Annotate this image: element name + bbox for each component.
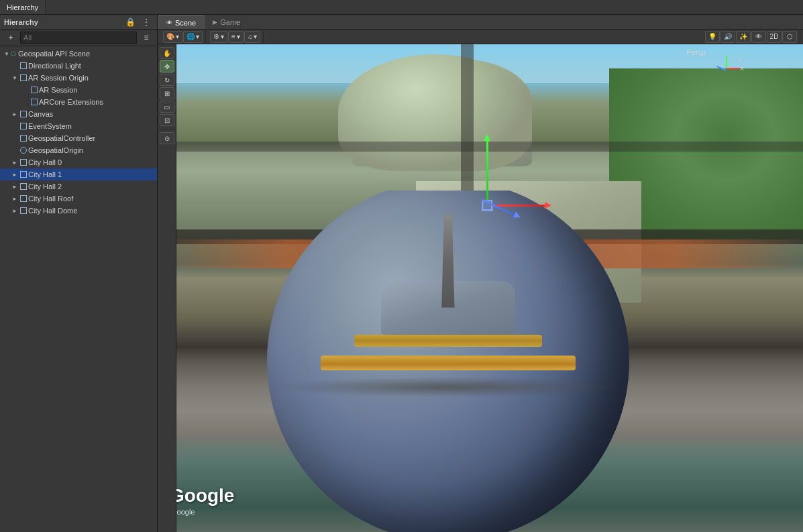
toolbar-divider-1 (160, 129, 174, 129)
scene-root-arrow (3, 50, 11, 58)
hierarchy-panel-header: Hierarchy 🔒 ⋮ (0, 15, 157, 30)
arcore-extensions-arrow (21, 98, 30, 106)
ar-session-icon (31, 87, 38, 93)
event-system-arrow (11, 122, 19, 130)
tree-item-arcore-extensions[interactable]: ARCore Extensions (0, 96, 157, 108)
toolbar-shading-group: 🎨 ▾ 🌐 ▾ (160, 31, 206, 43)
ar-session-arrow (21, 86, 30, 94)
hierarchy-lock-btn[interactable]: 🔒 (123, 16, 137, 28)
canvas-label: Canvas (28, 110, 53, 118)
scale-tool-btn[interactable]: ⊞ (160, 87, 174, 99)
scene-toolbar: 🎨 ▾ 🌐 ▾ ⚙ ▾ ≡ ▾ ♫ ▾ (158, 30, 803, 44)
scene-left-toolbar: ✋ ✥ ↻ ⊞ ▭ ⊡ ⊙ (158, 44, 176, 532)
arcore-extensions-icon (31, 99, 38, 105)
scene-tab[interactable]: 👁 Scene (158, 15, 205, 29)
view-2d-btn[interactable]: 2D (767, 31, 782, 43)
overlay-dropdown[interactable]: 🌐 ▾ (183, 31, 203, 43)
scene-game-tabs: 👁 Scene ▶ Game (158, 15, 803, 30)
tree-item-event-system[interactable]: EventSystem (0, 120, 157, 132)
tree-item-directional-light[interactable]: Directional Light (0, 60, 157, 72)
audio-listen-btn[interactable]: 🔊 (720, 31, 735, 43)
audio-arrow: ▾ (254, 33, 257, 40)
tree-item-city-hall-1[interactable]: City Hall 1 (0, 168, 157, 180)
custom-tool-btn[interactable]: ⊙ (160, 132, 174, 144)
hierarchy-search-input[interactable] (20, 32, 137, 44)
geospatial-controller-label: GeospatialController (28, 134, 95, 142)
toolbar-mode-group: ⚙ ▾ ≡ ▾ ♫ ▾ (207, 31, 264, 43)
arcore-extensions-label: ARCore Extensions (39, 98, 103, 106)
transform-tool-btn[interactable]: ⊡ (160, 114, 174, 126)
layer-dropdown[interactable]: ≡ ▾ (228, 31, 244, 43)
ar-session-origin-label: AR Session Origin (28, 74, 89, 82)
tree-item-geospatial-origin[interactable]: GeospatialOrigin (0, 144, 157, 156)
scene-tools-dropdown[interactable]: ⚙ ▾ (210, 31, 227, 43)
geospatial-origin-icon (20, 147, 27, 154)
civic-dome-bg (338, 54, 532, 171)
rect-tool-btn[interactable]: ▭ (160, 101, 174, 113)
dome-ring-2 (354, 335, 542, 347)
city-hall-2-label: City Hall 2 (28, 182, 62, 191)
scene-tab-icon: 👁 (166, 19, 172, 26)
scene-root-icon: ⬡ (11, 50, 16, 57)
tree-item-city-hall-2[interactable]: City Hall 2 (0, 180, 157, 193)
city-hall-dome-icon (20, 207, 27, 214)
event-system-icon (20, 123, 27, 129)
layer-icon: ≡ (231, 33, 235, 40)
toolbar-view-group: 💡 🔊 ✨ 👁 2D ⬡ (702, 31, 800, 43)
hierarchy-layers-btn[interactable]: ≡ (140, 32, 153, 44)
canvas-arrow (11, 110, 19, 118)
city-hall-0-icon (20, 159, 27, 166)
geospatial-origin-label: GeospatialOrigin (28, 146, 83, 154)
overlay-arrow: ▾ (196, 33, 199, 40)
scene-tools-arrow: ▾ (221, 33, 224, 40)
city-hall-1-arrow (11, 170, 19, 178)
city-hall-2-icon (20, 183, 27, 190)
scene-root-item[interactable]: ⬡ Geospatial API Scene (0, 48, 157, 60)
tree-item-canvas[interactable]: Canvas (0, 108, 157, 120)
shading-mode-dropdown[interactable]: 🎨 ▾ (163, 31, 182, 43)
audio-dropdown[interactable]: ♫ ▾ (244, 31, 261, 43)
dome-container (254, 191, 641, 532)
tree-item-ar-session-origin[interactable]: AR Session Origin (0, 72, 157, 84)
orient-z (716, 65, 726, 70)
main-layout: Hierarchy 🔒 ⋮ + ≡ ⬡ Geospatial API Scene… (0, 15, 803, 532)
scene-vis-btn[interactable]: 👁 (751, 31, 766, 43)
fx-btn[interactable]: ✨ (736, 31, 751, 43)
directional-light-arrow (11, 62, 19, 70)
shading-icon: 🎨 (166, 33, 174, 40)
tree-item-city-hall-0[interactable]: City Hall 0 (0, 156, 157, 168)
city-hall-2-arrow (11, 182, 19, 191)
hierarchy-tree: ⬡ Geospatial API Scene Directional Light… (0, 46, 157, 532)
geospatial-controller-arrow (11, 134, 19, 142)
game-tab-icon: ▶ (213, 19, 217, 25)
tree-item-city-hall-dome[interactable]: City Hall Dome (0, 205, 157, 217)
hierarchy-tab[interactable]: Hierarchy (0, 0, 46, 14)
hierarchy-title: Hierarchy (4, 18, 38, 26)
view-2d-label: 2D (770, 33, 779, 40)
hand-tool-btn[interactable]: ✋ (160, 47, 174, 59)
road-h2 (158, 142, 803, 152)
move-tool-btn[interactable]: ✥ (160, 60, 174, 72)
shading-arrow: ▾ (176, 33, 179, 40)
iso-btn[interactable]: ⬡ (782, 31, 797, 43)
layer-arrow: ▾ (237, 33, 240, 40)
directional-light-icon (20, 62, 27, 69)
tree-item-city-hall-roof[interactable]: City Hall Roof (0, 193, 157, 205)
gizmo-x-head (545, 202, 551, 209)
google-watermark: Google (170, 485, 234, 507)
tree-item-geospatial-controller[interactable]: GeospatialController (0, 132, 157, 144)
orient-x-label: X (740, 65, 744, 72)
scene-viewport[interactable]: Y X Persp Google Google ✋ ✥ ↻ ⊞ ▭ ⊡ ⊙ (158, 44, 803, 532)
ar-session-origin-icon (20, 74, 27, 81)
hierarchy-add-btn[interactable]: + (4, 32, 17, 44)
city-hall-1-icon (20, 171, 27, 178)
game-tab[interactable]: ▶ Game (205, 15, 248, 29)
persp-label: Persp (686, 48, 706, 56)
rotate-tool-btn[interactable]: ↻ (160, 74, 174, 86)
hierarchy-more-btn[interactable]: ⋮ (140, 16, 153, 28)
directional-light-label: Directional Light (28, 62, 81, 70)
scene-root-label: Geospatial API Scene (18, 50, 90, 58)
tree-item-ar-session[interactable]: AR Session (0, 84, 157, 96)
gizmo-y-axis (486, 140, 488, 200)
lighting-btn[interactable]: 💡 (705, 31, 720, 43)
